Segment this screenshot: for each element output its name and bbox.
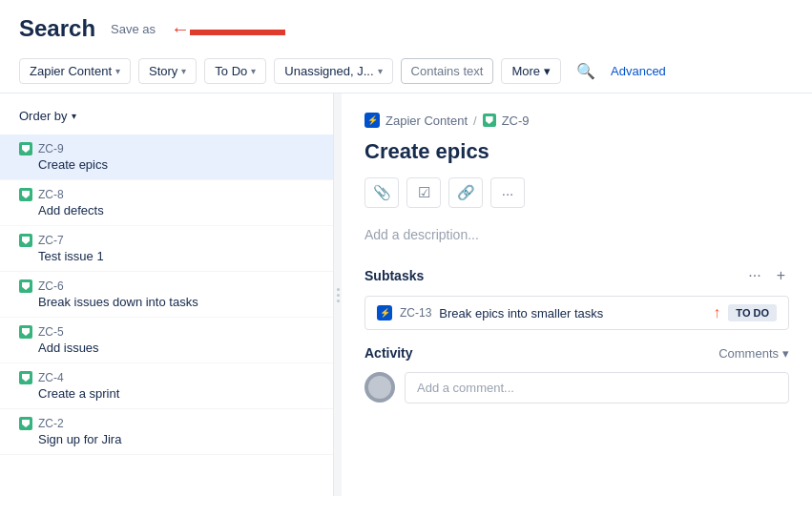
priority-icon: ↑ [713, 304, 720, 321]
project-icon [364, 113, 380, 128]
story-icon [19, 142, 32, 155]
divider-handle [337, 288, 340, 302]
item-id: ZC-7 [38, 234, 64, 247]
list-item-top: ZC-9 [19, 142, 314, 155]
page-title: Search [19, 15, 95, 42]
comment-input[interactable]: Add a comment... [405, 372, 789, 403]
right-panel: Zapier Content / ZC-9 Create epics 📎 ☑ 🔗… [342, 93, 812, 496]
todo-label: To Do [215, 64, 247, 78]
item-title: Create a sprint [19, 386, 314, 401]
link-button[interactable]: 🔗 [448, 177, 483, 208]
item-id: ZC-6 [38, 279, 64, 293]
divider-dot [337, 300, 340, 302]
paperclip-icon: 📎 [373, 184, 391, 201]
chevron-down-icon: ▾ [115, 66, 120, 76]
link-icon: 🔗 [457, 184, 475, 201]
list-item-top: ZC-5 [19, 325, 314, 339]
action-bar: 📎 ☑ 🔗 ··· [364, 177, 789, 208]
description-field[interactable]: Add a description... [364, 223, 789, 246]
issue-type-icon [483, 114, 496, 127]
more-label: More [511, 64, 540, 78]
zapier-content-filter[interactable]: Zapier Content ▾ [19, 58, 131, 84]
activity-section: Activity Comments ▾ Add a comment... [364, 345, 789, 403]
chevron-down-icon: ▾ [72, 111, 76, 121]
checklist-icon: ☑ [418, 184, 430, 201]
panel-divider[interactable] [334, 93, 342, 496]
breadcrumb-separator: / [473, 114, 477, 128]
list-item[interactable]: ZC-4 Create a sprint [0, 363, 333, 409]
list-item[interactable]: ZC-8 Add defects [0, 180, 333, 226]
list-item[interactable]: ZC-5 Add issues [0, 318, 333, 363]
list-item[interactable]: ZC-2 Sign up for Jira [0, 409, 333, 455]
list-item[interactable]: ZC-7 Test issue 1 [0, 226, 333, 272]
item-title: Add issues [19, 341, 314, 355]
unassigned-filter[interactable]: Unassigned, J... ▾ [274, 58, 392, 84]
plus-icon: + [777, 267, 785, 283]
story-icon [19, 325, 32, 339]
story-icon [19, 234, 32, 247]
divider-dot [337, 288, 340, 291]
ellipsis-icon: ··· [502, 185, 514, 201]
attach-button[interactable]: 📎 [364, 177, 399, 208]
subtasks-section: Subtasks ··· + ZC-13 Break epics into sm… [364, 265, 789, 330]
save-as-button[interactable]: Save as [107, 20, 159, 38]
search-button[interactable]: 🔍 [569, 57, 603, 85]
activity-header: Activity Comments ▾ [364, 345, 789, 361]
left-panel: Order by ▾ ZC-9 Create epics ZC-8 Add de… [0, 93, 334, 496]
chevron-down-icon: ▾ [251, 66, 256, 76]
breadcrumb-issue-id: ZC-9 [502, 114, 530, 128]
filter-bar: Zapier Content ▾ Story ▾ To Do ▾ Unassig… [0, 50, 812, 93]
more-button[interactable]: More ▾ [501, 58, 561, 84]
list-item[interactable]: ZC-9 Create epics [0, 134, 333, 180]
advanced-button[interactable]: Advanced [611, 64, 666, 78]
item-title: Break issues down into tasks [19, 295, 314, 309]
story-icon [19, 279, 32, 293]
avatar-image [368, 376, 391, 399]
item-id: ZC-8 [38, 188, 64, 201]
order-by-label: Order by [19, 109, 68, 123]
subtask-title: Break epics into smaller tasks [439, 306, 705, 321]
item-title: Add defects [19, 203, 314, 217]
comments-button[interactable]: Comments ▾ [718, 346, 789, 361]
comment-row: Add a comment... [364, 372, 789, 403]
issue-title: Create epics [364, 139, 789, 164]
checklist-button[interactable]: ☑ [406, 177, 441, 208]
subtasks-more-button[interactable]: ··· [744, 265, 764, 286]
item-title: Create epics [19, 157, 314, 172]
main-content: Order by ▾ ZC-9 Create epics ZC-8 Add de… [0, 93, 812, 496]
ellipsis-icon: ··· [748, 267, 760, 283]
subtask-item[interactable]: ZC-13 Break epics into smaller tasks ↑ T… [364, 296, 789, 330]
contains-text-filter[interactable]: Contains text [401, 58, 494, 84]
search-icon: 🔍 [576, 63, 595, 79]
story-filter[interactable]: Story ▾ [138, 58, 197, 84]
breadcrumb: Zapier Content / ZC-9 [364, 113, 789, 128]
chevron-down-icon: ▾ [544, 64, 551, 78]
list-item-top: ZC-8 [19, 188, 314, 201]
story-icon [19, 188, 32, 201]
more-actions-button[interactable]: ··· [490, 177, 525, 208]
subtasks-header: Subtasks ··· + [364, 265, 789, 286]
item-id: ZC-5 [38, 325, 64, 339]
list-item[interactable]: ZC-6 Break issues down into tasks [0, 272, 333, 318]
list-item-top: ZC-2 [19, 417, 314, 430]
subtask-status: TO DO [728, 304, 777, 321]
arrow-annotation: ←▬▬▬▬▬ [171, 18, 285, 40]
chevron-down-icon: ▾ [782, 346, 789, 361]
avatar [364, 372, 395, 403]
item-id: ZC-2 [38, 417, 64, 430]
list-item-top: ZC-6 [19, 279, 314, 293]
todo-filter[interactable]: To Do ▾ [204, 58, 266, 84]
item-title: Test issue 1 [19, 249, 314, 263]
chevron-down-icon: ▾ [378, 66, 383, 76]
breadcrumb-project: Zapier Content [385, 114, 468, 128]
add-subtask-button[interactable]: + [773, 265, 789, 286]
subtasks-title: Subtasks [364, 268, 424, 283]
subtask-type-icon [377, 305, 392, 321]
subtask-id: ZC-13 [400, 306, 431, 320]
story-icon [19, 371, 32, 384]
list-item-top: ZC-4 [19, 371, 314, 384]
order-by-control[interactable]: Order by ▾ [0, 105, 333, 134]
chevron-down-icon: ▾ [181, 66, 186, 76]
item-id: ZC-4 [38, 371, 64, 384]
divider-dot [337, 294, 340, 297]
